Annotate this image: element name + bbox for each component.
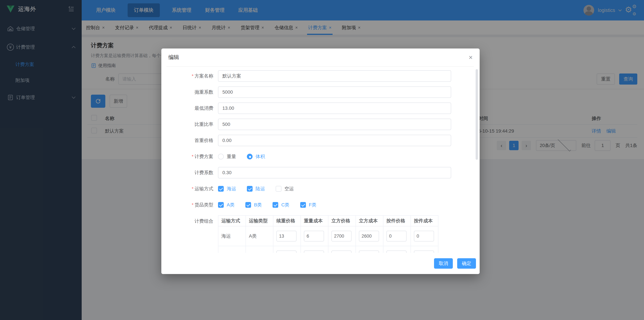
- combo-cell-transport: 海运: [218, 246, 246, 253]
- combo-input-piece-cost[interactable]: [414, 231, 434, 241]
- checkbox-type-a-label[interactable]: A类: [227, 202, 234, 208]
- combo-header: 立方价格: [328, 216, 356, 226]
- checkbox-type-f-label[interactable]: F类: [309, 202, 316, 208]
- form-row-billing-combo: 计费组合 运输方式 运输类型 续重价格 重量成本 立方价格 立方成本 按件价格 …: [166, 215, 480, 253]
- form-row-billing-factor: 计费系数: [166, 167, 480, 178]
- confirm-button[interactable]: 确定: [457, 258, 476, 269]
- radio-volume-label[interactable]: 体积: [256, 153, 265, 160]
- combo-input-cubic-cost[interactable]: [359, 231, 379, 241]
- modal-header: 编辑 ×: [161, 49, 480, 66]
- combo-cell-type: A类: [246, 226, 273, 246]
- field-label: 计费系数: [166, 169, 213, 176]
- combo-cell-transport: 海运: [218, 226, 246, 246]
- field-label: 货品类型: [166, 202, 213, 208]
- combo-input-weight-cost[interactable]: [304, 231, 324, 241]
- combo-input-extra-weight-price[interactable]: [276, 231, 296, 241]
- combo-header: 运输方式: [218, 216, 246, 226]
- billing-combo-table: 运输方式 运输类型 续重价格 重量成本 立方价格 立方成本 按件价格 按件成本 …: [218, 215, 438, 253]
- field-label: 方案名称: [166, 73, 213, 79]
- checkbox-type-f[interactable]: [300, 202, 306, 208]
- field-label: 比重比率: [166, 121, 213, 128]
- checkbox-type-a[interactable]: [218, 202, 224, 208]
- edit-modal: 编辑 × 方案名称 抛重系数 最低消费 比重比率 首重价格 计费方案: [161, 49, 480, 274]
- close-icon[interactable]: ×: [469, 54, 472, 61]
- checkbox-type-b-label[interactable]: B类: [254, 202, 262, 208]
- checkbox-land[interactable]: [247, 186, 252, 192]
- modal-title: 编辑: [168, 54, 179, 61]
- radio-weight-label[interactable]: 重量: [227, 153, 236, 160]
- cancel-button[interactable]: 取消: [434, 258, 453, 269]
- form-row-min-charge: 最低消费: [166, 103, 480, 114]
- combo-header: 重量成本: [301, 216, 328, 226]
- checkbox-type-c[interactable]: [272, 202, 278, 208]
- checkbox-type-c-label[interactable]: C类: [281, 202, 289, 208]
- plan-name-input[interactable]: [218, 70, 451, 82]
- checkbox-air-label[interactable]: 空运: [284, 186, 294, 192]
- radio-volume[interactable]: [247, 154, 252, 159]
- billing-factor-input[interactable]: [218, 167, 451, 178]
- radio-weight[interactable]: [218, 154, 224, 159]
- field-label: 首重价格: [166, 137, 213, 144]
- form-row-billing-method: 计费方案 重量 体积: [166, 151, 480, 162]
- form-row-goods-type: 货品类型 A类 B类 C类 F类: [166, 199, 480, 211]
- weight-ratio-input[interactable]: [218, 119, 451, 130]
- throw-weight-input[interactable]: [218, 86, 451, 98]
- combo-header: 立方成本: [356, 216, 384, 226]
- form-row-plan-name: 方案名称: [166, 70, 480, 82]
- checkbox-sea[interactable]: [218, 186, 224, 192]
- combo-header: 按件成本: [411, 216, 438, 226]
- field-label: 计费组合: [194, 218, 213, 224]
- first-weight-price-input[interactable]: [218, 135, 451, 146]
- field-label: 计费方案: [166, 153, 213, 160]
- form-row-transport-mode: 运输方式 海运 陆运 空运: [166, 183, 480, 194]
- combo-header: 续重价格: [273, 216, 301, 226]
- form-row-first-weight-price: 首重价格: [166, 135, 480, 146]
- checkbox-land-label[interactable]: 陆运: [256, 186, 265, 192]
- checkbox-type-b[interactable]: [245, 202, 251, 208]
- min-charge-input[interactable]: [218, 103, 451, 114]
- checkbox-sea-label[interactable]: 海运: [227, 186, 236, 192]
- form-row-throw-weight: 抛重系数: [166, 86, 480, 98]
- modal-body: 方案名称 抛重系数 最低消费 比重比率 首重价格 计费方案 重量 体积: [161, 67, 480, 253]
- combo-cell-type: B类: [246, 246, 273, 253]
- combo-input-cubic-price[interactable]: [332, 231, 352, 241]
- checkbox-air[interactable]: [276, 186, 282, 192]
- field-label: 最低消费: [166, 105, 213, 111]
- modal-scrollbar[interactable]: [476, 69, 478, 160]
- field-label: 运输方式: [166, 186, 213, 192]
- combo-header: 按件价格: [384, 216, 411, 226]
- modal-footer: 取消 确定: [161, 253, 480, 274]
- field-label: 抛重系数: [166, 89, 213, 95]
- combo-header: 运输类型: [246, 216, 273, 226]
- form-row-weight-ratio: 比重比率: [166, 119, 480, 130]
- combo-input-piece-price[interactable]: [386, 231, 406, 241]
